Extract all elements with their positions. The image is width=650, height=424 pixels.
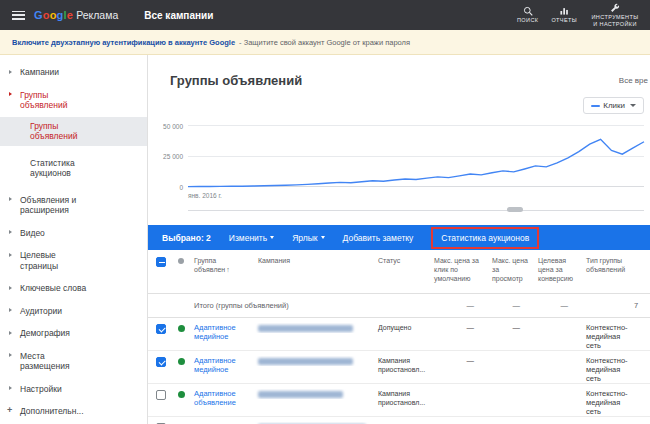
timeline-scrollbar[interactable] [188, 207, 644, 213]
plus-icon: + [7, 405, 12, 416]
ad-group-link[interactable]: Адаптивное объявление [194, 389, 236, 407]
column-header-campaign[interactable]: Кампания [254, 256, 374, 265]
chevron-icon [9, 70, 12, 74]
row-checkbox[interactable] [156, 324, 166, 334]
total-label: Итого (группы объявлений) [190, 301, 374, 310]
row-checkbox[interactable] [156, 390, 166, 400]
page-title: Группы объявлений [170, 73, 302, 88]
table-row[interactable]: Адаптивное объявление Кампания приостано… [148, 384, 650, 417]
sidebar-item-landing-pages[interactable]: Целевые страницы [0, 250, 147, 271]
auction-insights-label: Статистика аукционов [441, 233, 529, 243]
google-logo-text: Google [34, 9, 73, 21]
product-name: Реклама [76, 9, 118, 21]
group-type-cell: Контекстно-медийная сеть [582, 323, 630, 350]
brand-logo[interactable]: Google Реклама [34, 9, 118, 21]
x-axis-label: янв. 2016 г. [188, 192, 222, 199]
y-axis-tick: 25 000 [163, 153, 183, 160]
table-row[interactable]: Адаптивное медийное Кампания приостановл… [148, 351, 650, 384]
chevron-icon [9, 331, 12, 335]
notification-banner: Включите двухэтапную аутентификацию в ак… [0, 30, 650, 55]
chevron-icon [9, 386, 12, 390]
metric-label: Клики [603, 101, 625, 110]
chevron-down-icon [321, 236, 325, 239]
table-row[interactable]: Адаптивное медийное Допущено — — Контекс… [148, 318, 650, 351]
table-row[interactable]: Адаптивное объявление (КМС) Кампания при… [148, 417, 650, 424]
status-filter-dot-icon[interactable] [178, 258, 184, 264]
y-axis-tick: 0 [179, 184, 183, 191]
chart-plot-area: 50 000 25 000 0 [188, 125, 644, 187]
ad-group-link[interactable]: Адаптивное медийное [194, 323, 236, 341]
sidebar-item-campaigns[interactable]: Кампании [0, 67, 147, 78]
chevron-icon [9, 353, 12, 357]
reports-button[interactable]: ОТЧЕТЫ [551, 6, 577, 24]
sidebar-item-demographics[interactable]: Демография [0, 328, 147, 339]
column-header-ad-group[interactable]: Группа объявлен↑ [190, 256, 254, 274]
date-range-selector[interactable]: Все вре [619, 76, 648, 85]
banner-text: - Защитите свой аккаунт Google от кражи … [239, 38, 410, 47]
chevron-icon [9, 197, 12, 201]
menu-icon[interactable] [12, 11, 25, 20]
label-menu-button[interactable]: Ярлык [292, 233, 324, 243]
total-clicks-partial: 7 [630, 301, 650, 310]
annotation-highlight-box: Статистика аукционов [431, 227, 539, 249]
metric-selector[interactable]: Клики [583, 97, 644, 114]
search-icon [523, 6, 533, 16]
sidebar-item-placements[interactable]: Места размещения [0, 351, 147, 372]
search-button[interactable]: ПОИСК [517, 6, 538, 24]
topbar: Google Реклама Все кампании ПОИСК ОТЧЕТЫ… [0, 0, 650, 30]
status-cell: Кампания приостановл... [374, 356, 430, 374]
sidebar-subitem-ad-groups[interactable]: Группы объявлений [0, 117, 147, 146]
line-chart-svg [188, 125, 644, 187]
auction-insights-button[interactable]: Статистика аукционов [441, 233, 529, 243]
label-menu-label: Ярлык [292, 233, 317, 243]
edit-menu-label: Изменить [229, 233, 267, 243]
timeline-scrollbar-handle[interactable] [507, 207, 523, 212]
chevron-down-icon [270, 236, 274, 239]
max-cpv-cell: — [488, 323, 534, 332]
main-content: Группы объявлений Все вре Клики 50 000 2… [148, 55, 650, 424]
sidebar: Кампании Группы объявлений Группы объявл… [0, 55, 148, 424]
total-max-cpv: — [488, 301, 534, 310]
status-cell: Кампания приостановл... [374, 389, 430, 407]
tools-settings-button[interactable]: ИНСТРУМЕНТЫ И НАСТРОЙКИ [590, 3, 640, 28]
total-target-cpa: — [534, 301, 582, 310]
sidebar-subitem-auction-insights[interactable]: Статистика аукционов [0, 154, 147, 183]
ad-group-link[interactable]: Адаптивное медийное [194, 356, 236, 374]
column-header-target-cpa[interactable]: Целевая цена за конверсию [534, 256, 582, 283]
redacted-campaign-name [258, 358, 353, 365]
tools-label: ИНСТРУМЕНТЫ И НАСТРОЙКИ [590, 14, 640, 28]
edit-menu-button[interactable]: Изменить [229, 233, 274, 243]
sidebar-item-settings[interactable]: Настройки [0, 384, 147, 395]
sidebar-item-more[interactable]: +Дополнительн... [0, 406, 147, 417]
sidebar-item-videos[interactable]: Видео [0, 228, 147, 239]
series-color-dash [591, 105, 600, 107]
sidebar-item-keywords[interactable]: Ключевые слова [0, 283, 147, 294]
sort-ascending-icon: ↑ [226, 266, 230, 273]
add-note-button[interactable]: Добавить заметку [343, 233, 414, 243]
group-type-cell: Контекстно-медийная сеть [582, 389, 630, 416]
y-axis-tick: 50 000 [163, 123, 183, 130]
sidebar-item-ads-extensions[interactable]: Объявления и расширения [0, 195, 147, 216]
select-all-checkbox[interactable] [156, 257, 166, 267]
redacted-campaign-name [258, 325, 353, 332]
column-header-max-cpc[interactable]: Макс. цена за клик по умолчанию [430, 256, 488, 283]
page-body: Кампании Группы объявлений Группы объявл… [0, 55, 650, 424]
row-checkbox[interactable] [156, 357, 166, 367]
column-header-group-type[interactable]: Тип группы объявлений [582, 256, 630, 274]
sidebar-item-audiences[interactable]: Аудитории [0, 306, 147, 317]
status-enabled-dot-icon [178, 391, 185, 398]
chevron-icon [9, 286, 12, 290]
chevron-icon [9, 92, 12, 96]
banner-link[interactable]: Включите двухэтапную аутентификацию в ак… [12, 38, 235, 47]
status-enabled-dot-icon [178, 358, 185, 365]
column-header-status[interactable]: Статус [374, 256, 430, 265]
ad-groups-table: Группа объявлен↑ Кампания Статус Макс. ц… [148, 250, 650, 424]
selected-count: Выбрано: 2 [162, 233, 211, 243]
wrench-icon [610, 3, 620, 13]
column-header-max-cpv[interactable]: Макс. цена за просмотр [488, 256, 534, 283]
total-max-cpc: — [430, 301, 488, 310]
max-cpc-cell: — [430, 323, 488, 332]
topbar-page-title: Все кампании [144, 10, 213, 21]
sidebar-item-ad-groups[interactable]: Группы объявлений [0, 90, 147, 111]
google-ads-app: Google Реклама Все кампании ПОИСК ОТЧЕТЫ… [0, 0, 650, 424]
